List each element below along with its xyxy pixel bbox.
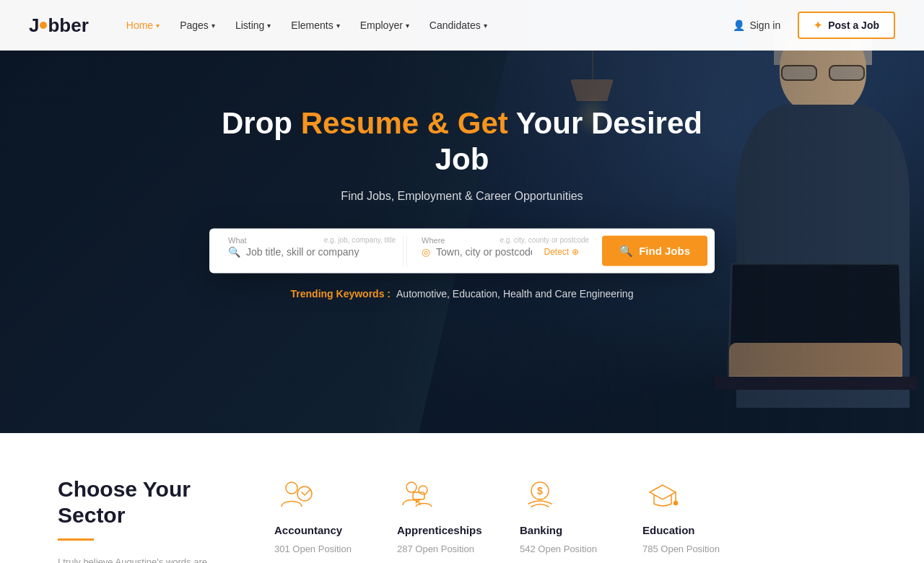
- chevron-down-icon: ▾: [406, 22, 409, 30]
- sector-name: Accountancy: [274, 524, 342, 536]
- find-jobs-button[interactable]: 🔍 Find Jobs: [602, 235, 707, 266]
- education-icon: [642, 476, 683, 517]
- svg-point-1: [297, 486, 312, 501]
- where-field: e.g. city, county or postcode Where ◎ De…: [410, 235, 596, 266]
- sector-count: 785 Open Position: [642, 544, 720, 554]
- sector-title: Choose YourSector: [58, 476, 231, 528]
- gps-icon: ⊕: [572, 246, 579, 256]
- nav-item-candidates[interactable]: Candidates ▾: [421, 14, 496, 37]
- sector-section: Choose YourSector I truly believe August…: [0, 433, 924, 563]
- svg-point-0: [286, 482, 297, 494]
- search-icon: 🔍: [228, 245, 240, 257]
- nav-links: Home ▾ Pages ▾ Listing ▾ Elements ▾ Empl…: [118, 14, 725, 37]
- hero-content: Drop Resume & Get Your Desired Job Find …: [209, 105, 715, 300]
- sector-count: 301 Open Position: [274, 544, 352, 554]
- nav-item-listing[interactable]: Listing ▾: [227, 14, 279, 37]
- navbar: Jbber Home ▾ Pages ▾ Listing ▾ Elements …: [0, 0, 924, 51]
- sign-in-button[interactable]: 👤 Sign in: [724, 14, 789, 37]
- logo[interactable]: Jbber: [29, 14, 89, 37]
- sector-count: 287 Open Position: [397, 544, 474, 554]
- svg-rect-4: [413, 492, 424, 499]
- detect-button[interactable]: Detect ⊕: [538, 246, 585, 256]
- sectors-grid: Accountancy 301 Open Position Apprentice…: [274, 476, 866, 554]
- hero-title: Drop Resume & Get Your Desired Job: [209, 105, 715, 178]
- sector-name: Education: [642, 524, 695, 536]
- svg-point-10: [674, 502, 678, 505]
- what-field: e.g. job, company, title What 🔍: [217, 235, 404, 266]
- nav-item-employer[interactable]: Employer ▾: [352, 14, 418, 37]
- search-bar: e.g. job, company, title What 🔍 e.g. cit…: [209, 228, 715, 273]
- what-input[interactable]: [246, 245, 391, 257]
- nav-item-home[interactable]: Home ▾: [118, 14, 168, 37]
- search-btn-icon: 🔍: [619, 244, 633, 257]
- svg-point-2: [406, 482, 417, 492]
- apprenticeships-icon: [397, 476, 437, 517]
- field-divider: [406, 235, 407, 266]
- trending-keywords: Trending Keywords : Automotive, Educatio…: [209, 287, 715, 299]
- sector-title-underline: [58, 538, 94, 541]
- banking-icon: $: [520, 476, 560, 517]
- chevron-down-icon: ▾: [267, 22, 271, 30]
- chevron-down-icon: ▾: [156, 22, 160, 30]
- nav-right: 👤 Sign in ✦ Post a Job: [724, 12, 895, 39]
- where-input[interactable]: [436, 245, 532, 257]
- sector-item-apprenticeships[interactable]: Apprenticeships 287 Open Position: [397, 476, 484, 554]
- post-job-button[interactable]: ✦ Post a Job: [798, 12, 895, 39]
- chevron-down-icon: ▾: [484, 22, 487, 30]
- plus-icon: ✦: [814, 19, 822, 31]
- chevron-down-icon: ▾: [336, 22, 340, 30]
- user-icon: 👤: [733, 19, 745, 31]
- nav-item-elements[interactable]: Elements ▾: [282, 14, 348, 37]
- sector-name: Banking: [520, 524, 562, 536]
- sector-item-accountancy[interactable]: Accountancy 301 Open Position: [274, 476, 361, 554]
- hero-section: Drop Resume & Get Your Desired Job Find …: [0, 0, 924, 433]
- svg-text:$: $: [537, 485, 543, 497]
- chevron-down-icon: ▾: [212, 22, 215, 30]
- sector-count: 542 Open Position: [520, 544, 597, 554]
- svg-point-3: [419, 486, 427, 494]
- sector-description: I truly believe Augustine's words are: [58, 555, 231, 563]
- logo-text: Jbber: [29, 14, 89, 37]
- sector-name: Apprenticeships: [397, 524, 482, 536]
- hero-subtitle: Find Jobs, Employment & Career Opportuni…: [209, 189, 715, 202]
- accountancy-icon: [274, 476, 315, 517]
- sector-heading: Choose YourSector I truly believe August…: [58, 476, 231, 563]
- location-icon: ◎: [422, 245, 430, 257]
- sector-item-education[interactable]: Education 785 Open Position: [642, 476, 729, 554]
- sector-item-banking[interactable]: $ Banking 542 Open Position: [520, 476, 606, 554]
- nav-item-pages[interactable]: Pages ▾: [171, 14, 224, 37]
